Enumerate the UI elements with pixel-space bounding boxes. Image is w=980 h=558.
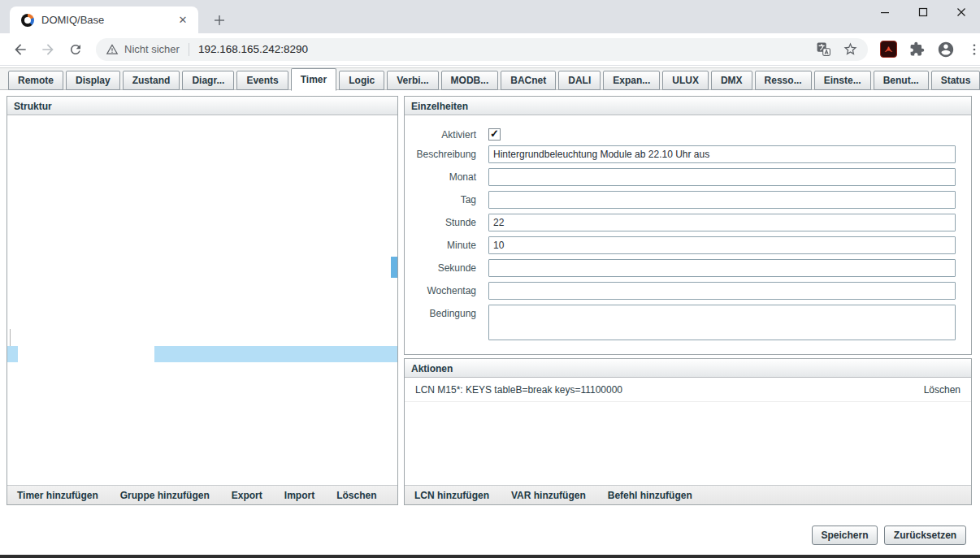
extensions-puzzle-icon[interactable] (909, 41, 925, 57)
add-var-button[interactable]: VAR hinzufügen (511, 490, 586, 501)
minute-label: Minute (405, 236, 476, 251)
plus-icon (214, 15, 225, 26)
aktionen-list: LCN M15*: KEYS tableB=break keys=1110000… (405, 378, 971, 485)
forward-button[interactable] (36, 37, 60, 62)
window-bottom-edge (0, 555, 980, 558)
add-group-button[interactable]: Gruppe hinzufügen (120, 490, 210, 501)
tab-modb[interactable]: MODB... (441, 71, 499, 90)
einzelheiten-panel-title: Einzelheiten (405, 97, 971, 115)
bedingung-label: Bedingung (405, 305, 476, 319)
action-command-text: LCN M15*: KEYS tableB=break keys=1110000… (415, 384, 622, 396)
zuruecksetzen-button[interactable]: Zurücksetzen (884, 526, 966, 545)
translate-icon[interactable] (816, 41, 831, 57)
delete-button[interactable]: Löschen (336, 490, 376, 501)
tab-benut[interactable]: Benut... (874, 71, 929, 90)
reload-button[interactable] (63, 37, 88, 62)
aktionen-panel: Aktionen LCN M15*: KEYS tableB=break key… (404, 358, 972, 505)
acrobat-glyph (882, 43, 895, 55)
tab-display[interactable]: Display (66, 71, 120, 90)
monat-label: Monat (405, 168, 476, 183)
security-label[interactable]: Nicht sicher (124, 43, 180, 55)
aktiviert-checkbox[interactable]: ✓ (488, 128, 501, 141)
omnibox-divider (189, 43, 189, 56)
tab-dali[interactable]: DALI (558, 71, 601, 90)
stunde-input[interactable] (488, 214, 956, 231)
bookmark-star-icon[interactable] (843, 41, 858, 57)
tab-einste[interactable]: Einste... (814, 71, 871, 90)
form-row-wochentag: Wochentag (405, 282, 956, 300)
tag-label: Tag (405, 191, 476, 205)
tree-selected-node-expander[interactable] (7, 346, 18, 362)
back-icon (12, 41, 28, 58)
close-button[interactable] (942, 0, 980, 24)
maximize-button[interactable] (904, 0, 942, 24)
tree-selected-row-highlight[interactable] (154, 346, 397, 362)
minimize-icon (880, 7, 890, 17)
tab-timer[interactable]: Timer (291, 68, 336, 91)
form-row-minute: Minute (405, 236, 956, 254)
struktur-tree[interactable] (7, 115, 397, 485)
einzelheiten-panel: Einzelheiten Aktiviert✓BeschreibungMonat… (404, 96, 972, 355)
tree-scrollbar-thumb[interactable] (391, 257, 397, 278)
monat-input[interactable] (488, 168, 956, 186)
browser-tab-title: DOMIQ/Base (41, 14, 176, 26)
bedingung-textarea[interactable] (488, 305, 956, 340)
form-row-sekunde: Sekunde (405, 259, 956, 277)
browser-tab-strip: DOMIQ/Base ✕ (0, 0, 980, 33)
forward-icon (40, 41, 56, 58)
aktionen-toolbar: LCN hinzufügenVAR hinzufügenBefehl hinzu… (405, 485, 971, 504)
tab-verbi[interactable]: Verbi... (387, 71, 438, 90)
domiq-app-page: RemoteDisplayZustandDiagr...EventsTimerL… (0, 66, 980, 558)
aktionen-panel-title: Aktionen (405, 359, 971, 378)
beschreibung-input[interactable] (488, 145, 956, 163)
maximize-icon (918, 7, 928, 17)
adobe-acrobat-extension-icon[interactable] (880, 41, 897, 58)
wochentag-label: Wochentag (405, 282, 476, 296)
wochentag-input[interactable] (488, 282, 956, 300)
add-timer-button[interactable]: Timer hinzufügen (17, 490, 98, 501)
browser-menu-kebab-icon[interactable] (967, 42, 980, 57)
tab-dmx[interactable]: DMX (711, 71, 752, 90)
form-row-beschreibung: Beschreibung (405, 145, 956, 163)
browser-tab[interactable]: DOMIQ/Base ✕ (10, 6, 198, 33)
back-button[interactable] (8, 37, 33, 62)
close-icon (956, 7, 966, 17)
action-delete-link[interactable]: Löschen (924, 384, 960, 396)
form-row-monat: Monat (405, 168, 956, 186)
struktur-panel-title: Struktur (7, 97, 397, 115)
form-row-tag: Tag (405, 191, 956, 209)
tab-remote[interactable]: Remote (8, 71, 63, 90)
export-button[interactable]: Export (232, 490, 262, 501)
tab-zustand[interactable]: Zustand (123, 71, 180, 90)
tag-input[interactable] (488, 191, 956, 209)
reload-icon (68, 42, 83, 57)
speichern-button[interactable]: Speichern (812, 526, 878, 545)
address-bar[interactable]: Nicht sicher 192.168.165.242:8290 (96, 38, 868, 61)
tab-bacnet[interactable]: BACnet (501, 71, 556, 90)
add-lcn-button[interactable]: LCN hinzufügen (414, 490, 489, 501)
new-tab-button[interactable] (208, 9, 231, 32)
tab-ulux[interactable]: ULUX (662, 71, 709, 90)
tab-status[interactable]: Status (931, 71, 980, 90)
tab-logic[interactable]: Logic (339, 71, 384, 90)
form-row-stunde: Stunde (405, 214, 956, 231)
window-controls (865, 0, 980, 24)
minute-input[interactable] (488, 236, 956, 254)
form-row-bedingung: Bedingung (405, 305, 956, 340)
action-row[interactable]: LCN M15*: KEYS tableB=break keys=1110000… (405, 378, 971, 402)
app-tab-bar: RemoteDisplayZustandDiagr...EventsTimerL… (0, 67, 980, 90)
profile-avatar-icon[interactable] (937, 41, 955, 58)
tab-resso[interactable]: Resso... (755, 71, 812, 90)
domiq-favicon (21, 14, 34, 27)
struktur-panel: Struktur Timer hinzufügenGruppe hinzufüg… (7, 96, 398, 505)
tab-diagr[interactable]: Diagr... (182, 71, 234, 90)
add-befehl-button[interactable]: Befehl hinzufügen (608, 490, 692, 501)
sekunde-input[interactable] (488, 259, 956, 277)
import-button[interactable]: Import (284, 490, 314, 501)
tab-close-icon[interactable]: ✕ (176, 13, 190, 28)
timer-details-form: Aktiviert✓BeschreibungMonatTagStundeMinu… (405, 115, 971, 340)
tab-events[interactable]: Events (236, 71, 288, 90)
minimize-button[interactable] (865, 0, 904, 24)
url-text[interactable]: 192.168.165.242:8290 (198, 43, 308, 55)
tab-expan[interactable]: Expan... (603, 71, 660, 90)
